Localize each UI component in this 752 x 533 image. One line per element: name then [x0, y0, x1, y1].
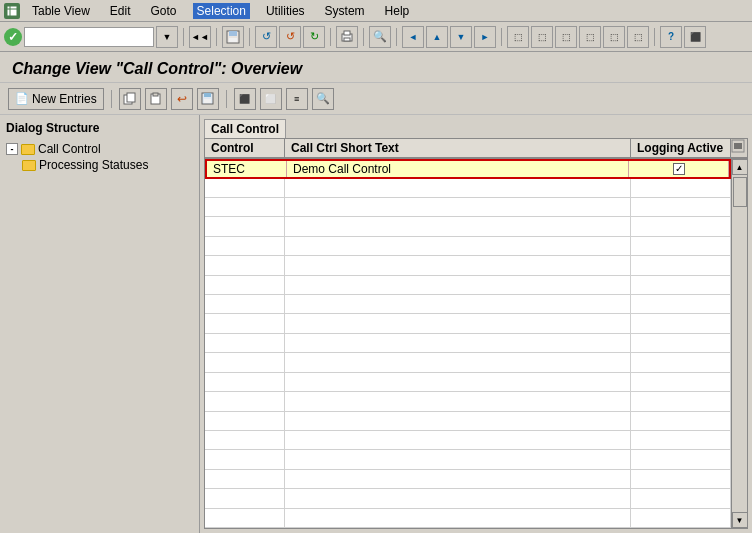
table-row-empty-11 [205, 373, 731, 392]
table-row-empty-15 [205, 450, 731, 469]
btn-d[interactable]: ► [474, 26, 496, 48]
svg-rect-10 [127, 93, 135, 102]
details-btn[interactable]: ≡ [286, 88, 308, 110]
table-row-empty-12 [205, 392, 731, 411]
table-row-empty-18 [205, 509, 731, 528]
table-row[interactable]: STEC Demo Call Control ✓ [205, 159, 731, 179]
svg-rect-12 [153, 93, 158, 96]
copy-row-btn[interactable] [119, 88, 141, 110]
table-row-empty-6 [205, 276, 731, 295]
system-toolbar: ✓ ▼ ◄◄ ↺ ↺ ↻ 🔍 ◄ ▲ ▼ ► ⬚ ⬚ ⬚ ⬚ ⬚ ⬚ ? ⬛ [0, 22, 752, 52]
view-header: Change View "Call Control": Overview [0, 52, 752, 83]
deselect-btn[interactable]: ⬜ [260, 88, 282, 110]
expand-icon[interactable]: - [6, 143, 18, 155]
col-header-shorttext: Call Ctrl Short Text [285, 139, 631, 157]
menu-selection[interactable]: Selection [193, 3, 250, 19]
sep-action2 [226, 90, 227, 108]
sidebar: Dialog Structure - Call Control Processi… [0, 115, 200, 533]
action-toolbar: 📄 New Entries ↩ ⬛ ⬜ ≡ � [0, 83, 752, 115]
table-row-empty-8 [205, 314, 731, 333]
vertical-scrollbar[interactable]: ▲ ▼ [731, 159, 747, 528]
table-row-empty-3 [205, 217, 731, 236]
nav-back-btn[interactable]: ◄◄ [189, 26, 211, 48]
table-row-empty-17 [205, 489, 731, 508]
command-field[interactable] [24, 27, 154, 47]
btn-i[interactable]: ⬚ [603, 26, 625, 48]
sep4 [330, 28, 331, 46]
btn-h[interactable]: ⬚ [579, 26, 601, 48]
table-row-empty-16 [205, 470, 731, 489]
status-btn[interactable]: ⬛ [684, 26, 706, 48]
menu-help[interactable]: Help [381, 3, 414, 19]
paste-btn[interactable] [145, 88, 167, 110]
cell-shorttext-0: Demo Call Control [287, 161, 629, 177]
cell-control-0: STEC [207, 161, 287, 177]
svg-rect-4 [229, 31, 237, 36]
print-btn[interactable] [336, 26, 358, 48]
new-entries-icon: 📄 [15, 92, 29, 105]
help-btn[interactable]: ? [660, 26, 682, 48]
refresh-btn[interactable]: ↺ [255, 26, 277, 48]
sep2 [216, 28, 217, 46]
table-row-empty-7 [205, 295, 731, 314]
app-icon [4, 3, 20, 19]
btn-b[interactable]: ▲ [426, 26, 448, 48]
menu-table-view[interactable]: Table View [28, 3, 94, 19]
ok-icon: ✓ [8, 30, 18, 44]
table-header: Control Call Ctrl Short Text Logging Act… [205, 139, 747, 159]
sidebar-item-call-control[interactable]: - Call Control [4, 141, 195, 157]
btn-j[interactable]: ⬚ [627, 26, 649, 48]
cell-logging-0: ✓ [629, 161, 729, 177]
svg-rect-5 [229, 38, 237, 42]
btn-a[interactable]: ◄ [402, 26, 424, 48]
svg-rect-0 [7, 6, 17, 16]
btn-c[interactable]: ▼ [450, 26, 472, 48]
table-row-empty-4 [205, 237, 731, 256]
sidebar-item-processing-statuses[interactable]: Processing Statuses [20, 157, 195, 173]
svg-rect-15 [204, 99, 211, 103]
new-entries-button[interactable]: 📄 New Entries [8, 88, 104, 110]
call-control-label: Call Control [38, 142, 101, 156]
undo-action-btn[interactable]: ↩ [171, 88, 193, 110]
table-area: Call Control Control Call Ctrl Short Tex… [200, 115, 752, 533]
processing-statuses-label: Processing Statuses [39, 158, 148, 172]
menu-goto[interactable]: Goto [147, 3, 181, 19]
sep-action [111, 90, 112, 108]
redo-btn[interactable]: ↻ [303, 26, 325, 48]
svg-rect-14 [204, 93, 211, 97]
table-row-empty-10 [205, 353, 731, 372]
scroll-thumb[interactable] [733, 177, 747, 207]
btn-e[interactable]: ⬚ [507, 26, 529, 48]
folder-icon-processing-statuses [22, 160, 36, 171]
menu-bar: Table View Edit Goto Selection Utilities… [0, 0, 752, 22]
search-btn[interactable]: 🔍 [312, 88, 334, 110]
table-row-empty-1 [205, 179, 731, 198]
btn-g[interactable]: ⬚ [555, 26, 577, 48]
logging-checkbox-0[interactable]: ✓ [673, 163, 685, 175]
btn-f[interactable]: ⬚ [531, 26, 553, 48]
sidebar-title: Dialog Structure [4, 119, 195, 137]
folder-icon-call-control [21, 144, 35, 155]
check-mark: ✓ [675, 163, 683, 174]
save-action-btn[interactable] [197, 88, 219, 110]
select-all-btn[interactable]: ⬛ [234, 88, 256, 110]
table-row-empty-2 [205, 198, 731, 217]
view-title: Change View "Call Control": Overview [12, 60, 302, 77]
scroll-down-arrow[interactable]: ▼ [732, 512, 748, 528]
col-header-control: Control [205, 139, 285, 157]
sep3 [249, 28, 250, 46]
save-btn[interactable] [222, 26, 244, 48]
ok-button[interactable]: ✓ [4, 28, 22, 46]
menu-utilities[interactable]: Utilities [262, 3, 309, 19]
scroll-up-arrow[interactable]: ▲ [732, 159, 748, 175]
main-area: Change View "Call Control": Overview 📄 N… [0, 52, 752, 533]
menu-system[interactable]: System [321, 3, 369, 19]
undo-btn[interactable]: ↺ [279, 26, 301, 48]
sep6 [396, 28, 397, 46]
sep5 [363, 28, 364, 46]
find-btn[interactable]: 🔍 [369, 26, 391, 48]
nav-menu-btn[interactable]: ▼ [156, 26, 178, 48]
sep8 [654, 28, 655, 46]
menu-edit[interactable]: Edit [106, 3, 135, 19]
svg-rect-8 [344, 38, 350, 41]
